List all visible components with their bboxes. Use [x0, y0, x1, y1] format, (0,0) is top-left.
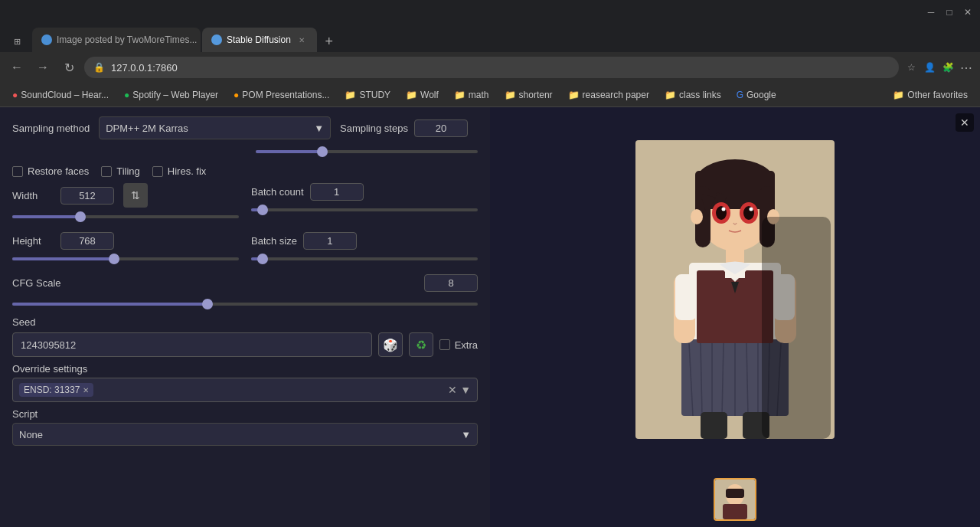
script-value: None	[19, 429, 43, 440]
bookmark-soundcloud[interactable]: ● SoundCloud – Hear...	[6, 87, 115, 103]
restore-faces-label: Restore faces	[28, 165, 89, 177]
width-input[interactable]: 512	[60, 187, 114, 205]
override-dropdown-button[interactable]: ▼	[460, 384, 471, 396]
dice-button[interactable]: 🎲	[378, 332, 403, 357]
bookmark-shortenr[interactable]: 📁 shortenr	[498, 87, 559, 103]
seed-label: Seed	[12, 316, 89, 328]
svg-rect-34	[701, 412, 727, 439]
script-dropdown-row: None ▼	[12, 423, 478, 446]
image-thumbnails	[490, 472, 980, 527]
batch-count-label: Batch count	[251, 186, 304, 198]
seed-input[interactable]	[12, 332, 372, 357]
seed-section-row: Seed	[12, 316, 478, 328]
extra-box	[439, 339, 450, 350]
maximize-button[interactable]: □	[943, 6, 956, 18]
bookmark-google[interactable]: G Google	[730, 87, 782, 103]
star-icon[interactable]: ☆	[903, 60, 919, 75]
tab-2-label: Stable Diffusion	[227, 34, 291, 45]
height-slider[interactable]	[12, 253, 239, 265]
extensions-icon[interactable]: 🧩	[940, 60, 956, 75]
bookmark-class-links[interactable]: 📁 class links	[658, 87, 727, 103]
script-dropdown[interactable]: None ▼	[12, 423, 478, 446]
address-box[interactable]: 🔒 127.0.0.1:7860	[84, 57, 899, 78]
height-input[interactable]: 768	[60, 232, 114, 250]
sampling-method-dropdown[interactable]: DPM++ 2M Karras ▼	[99, 116, 331, 139]
override-tag: ENSD: 31337 ✕	[19, 383, 93, 397]
clear-override-button[interactable]: ✕	[448, 384, 457, 396]
bookmark-other-favorites[interactable]: 📁 Other favorites	[887, 87, 974, 103]
forward-button[interactable]: →	[32, 57, 54, 78]
override-tag-input[interactable]: ENSD: 31337 ✕ ✕ ▼	[12, 378, 478, 402]
sampling-method-value: DPM++ 2M Karras	[106, 123, 188, 134]
bookmark-wolf[interactable]: 📁 Wolf	[400, 87, 445, 103]
bookmark-math[interactable]: 📁 math	[448, 87, 495, 103]
profile-icon[interactable]: 👤	[922, 60, 937, 75]
bookmark-pom-label: POM Presentations...	[242, 90, 329, 100]
sampling-steps-input[interactable]: 20	[414, 119, 468, 137]
back-button[interactable]: ←	[6, 57, 28, 78]
bookmark-google-label: Google	[746, 90, 776, 100]
batch-size-slider[interactable]	[251, 253, 478, 265]
cfg-scale-input[interactable]: 8	[424, 274, 478, 292]
tiling-checkbox[interactable]: Tiling	[101, 165, 140, 177]
swap-dimensions-button[interactable]: ⇅	[123, 183, 148, 208]
sampling-steps-slider[interactable]	[256, 146, 478, 158]
toolbar-icons: ☆ 👤 🧩 ⋯	[903, 60, 974, 75]
recycle-button[interactable]: ♻	[409, 332, 433, 357]
lock-icon: 🔒	[93, 62, 105, 73]
generated-image	[635, 140, 835, 439]
batch-size-row: Batch size 1	[251, 232, 478, 250]
thumbnail-0[interactable]	[714, 478, 756, 521]
tab-1[interactable]: Image posted by TwoMoreTimes... ✕	[32, 28, 201, 52]
width-slider-row	[12, 211, 239, 223]
hires-fix-label: Hires. fix	[168, 165, 207, 177]
title-bar-controls[interactable]: ─ □ ✕	[925, 6, 974, 18]
tag-remove-button[interactable]: ✕	[83, 386, 89, 394]
restore-faces-box	[12, 166, 23, 177]
hires-fix-box	[152, 166, 163, 177]
bookmark-pom[interactable]: ● POM Presentations...	[227, 87, 335, 103]
bookmark-wolf-label: Wolf	[420, 90, 439, 100]
override-settings-label: Override settings	[12, 363, 89, 375]
chevron-down-icon: ▼	[314, 123, 324, 134]
tiling-box	[101, 166, 112, 177]
extensions-btn[interactable]: ⊞	[6, 31, 28, 52]
override-section-row: Override settings	[12, 363, 478, 375]
bookmark-spotify[interactable]: ● Spotify – Web Player	[118, 87, 224, 103]
batch-count-slider-row	[251, 204, 478, 216]
batch-count-row: Batch count 1	[251, 183, 478, 201]
bookmark-study[interactable]: 📁 STUDY	[338, 87, 397, 103]
hires-fix-checkbox[interactable]: Hires. fix	[152, 165, 207, 177]
batch-count-input[interactable]: 1	[310, 183, 364, 201]
width-slider[interactable]	[12, 211, 239, 223]
thumbnail-0-img	[715, 480, 755, 519]
address-text: 127.0.0.1:7860	[111, 62, 178, 74]
folder-wolf-icon: 📁	[406, 90, 417, 100]
folder-shortenr-icon: 📁	[505, 90, 516, 100]
refresh-button[interactable]: ↻	[58, 57, 80, 78]
tab-2-close[interactable]: ✕	[296, 34, 308, 46]
main-content: Sampling method DPM++ 2M Karras ▼ Sampli…	[0, 107, 980, 527]
cfg-scale-slider[interactable]	[12, 298, 478, 310]
close-window-button[interactable]: ✕	[962, 6, 974, 18]
pom-icon: ●	[234, 90, 239, 100]
height-slider-row	[12, 253, 239, 265]
new-tab-button[interactable]: +	[318, 31, 340, 52]
soundcloud-icon: ●	[12, 90, 18, 100]
extra-checkbox[interactable]: Extra	[439, 339, 478, 351]
close-image-button[interactable]: ✕	[956, 113, 974, 132]
tab-2[interactable]: Stable Diffusion ✕	[202, 28, 317, 52]
width-row: Width 512 ⇅	[12, 183, 239, 208]
bookmark-research[interactable]: 📁 reasearch paper	[562, 87, 655, 103]
restore-faces-checkbox[interactable]: Restore faces	[12, 165, 89, 177]
menu-icon[interactable]: ⋯	[959, 60, 974, 75]
width-label: Width	[12, 190, 54, 201]
batch-size-input[interactable]: 1	[303, 232, 357, 250]
tab-1-label: Image posted by TwoMoreTimes...	[57, 34, 197, 45]
sampling-method-label: Sampling method	[12, 123, 90, 134]
batch-size-label: Batch size	[251, 235, 297, 247]
minimize-button[interactable]: ─	[925, 6, 937, 18]
batch-count-slider[interactable]	[251, 204, 478, 216]
tag-box-controls: ✕ ▼	[448, 384, 471, 396]
folder-research-icon: 📁	[568, 90, 580, 100]
